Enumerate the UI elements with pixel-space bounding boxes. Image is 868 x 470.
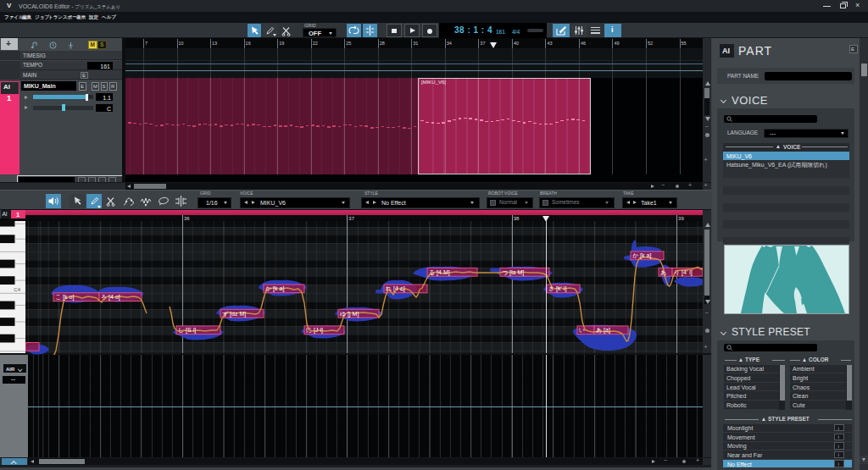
svg-text:C4: C4 [14, 287, 20, 292]
